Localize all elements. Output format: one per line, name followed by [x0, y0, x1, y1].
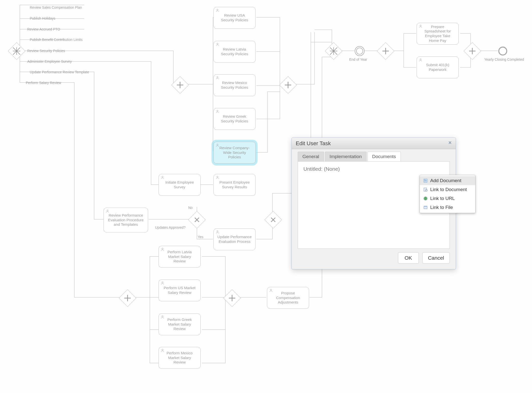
svg-point-3 [217, 110, 218, 112]
task-label: Perform Greek Market Salary Review [162, 317, 197, 331]
event-intermediate-eoy[interactable] [355, 46, 365, 56]
gateway-parallel-security-merge[interactable] [279, 76, 297, 94]
ok-button[interactable]: OK [398, 252, 419, 264]
dialog-footer: OK Cancel [292, 252, 456, 269]
task-label: Perform Latvia Market Salary Review [162, 250, 197, 264]
task-label: Perform US Market Salary Review [162, 286, 197, 295]
svg-point-11 [162, 316, 163, 317]
edge-label: Review Sales Compensation Plan [30, 5, 82, 9]
event-label: End of Year [349, 57, 367, 61]
svg-point-9 [162, 248, 163, 249]
task-mexico-security[interactable]: Review Mexico Security Policies [213, 74, 256, 96]
event-end-closing[interactable] [498, 47, 507, 56]
task-latvia-salary[interactable]: Perform Latvia Market Salary Review [159, 246, 201, 268]
user-icon [216, 76, 219, 80]
document-icon [423, 178, 428, 183]
task-label: Review USA Security Policies [217, 13, 252, 23]
svg-point-5 [162, 176, 163, 177]
task-review-perf-proc[interactable]: Review Performance Evaluation Procedure … [104, 208, 148, 232]
menu-label: Add Document [430, 178, 461, 183]
gateway-parallel-right-split[interactable] [377, 42, 395, 60]
user-icon [161, 349, 164, 352]
gateway-label: Updates Approved? [155, 225, 186, 229]
task-mexico-salary[interactable]: Perform Mexico Market Salary Review [159, 347, 201, 369]
edge-label: Review Security Policies [27, 49, 65, 53]
user-icon [161, 281, 164, 285]
dialog-title: Edit User Task [296, 140, 331, 147]
edge-label: Update Performance Review Template [30, 70, 89, 74]
task-label: Review Performance Evaluation Procedure … [107, 213, 144, 227]
add-document-menu: Add Document Link to Document Link to UR… [420, 175, 476, 213]
user-icon [216, 9, 219, 12]
gateway-parallel-salary-merge[interactable] [223, 289, 241, 307]
menu-link-file[interactable]: Link to File [420, 203, 475, 212]
gateway-parallel-right-merge[interactable] [464, 42, 481, 60]
edge-label-yes: Yes [198, 235, 203, 239]
task-usa-security[interactable]: Review USA Security Policies [213, 7, 256, 29]
task-label: Review Greek Security Policies [217, 114, 252, 124]
edge-label: Publish Benefit Contribution Limits [30, 38, 82, 42]
task-label: Submit 401(k) Paperwork [420, 63, 455, 72]
svg-point-14 [420, 25, 421, 26]
task-label: Update Performance Evaluation Process [217, 235, 252, 244]
gateway-complex-merge[interactable] [325, 42, 343, 60]
task-label: Review Latvia Security Policies [217, 47, 252, 56]
svg-point-12 [162, 349, 163, 350]
close-icon[interactable]: × [447, 140, 453, 146]
gateway-updates-approved[interactable] [188, 211, 206, 229]
task-latvia-security[interactable]: Review Latvia Security Policies [213, 41, 256, 63]
tab-general[interactable]: General [298, 152, 324, 161]
task-propose-comp[interactable]: Propose Compensation Adjustments [267, 287, 309, 309]
menu-label: Link to Document [430, 187, 467, 192]
edge-label: Review Accrued PTO [27, 27, 60, 31]
svg-point-13 [270, 289, 271, 290]
user-icon [161, 176, 164, 179]
menu-label: Link to File [430, 205, 453, 210]
user-icon [161, 315, 164, 319]
edge-label: Administer Employee Survey [27, 59, 72, 63]
task-label: Prepare Spreadsheet for Employee Take Ho… [420, 25, 455, 43]
edge-label: Perform Salary Review [26, 81, 61, 85]
svg-rect-24 [424, 206, 427, 207]
gateway-perf-merge[interactable] [265, 211, 282, 229]
event-label: Yearly Closing Completed [484, 57, 524, 61]
task-spreadsheet[interactable]: Prepare Spreadsheet for Employee Take Ho… [417, 23, 459, 45]
gateway-parallel-security-split[interactable] [171, 76, 189, 94]
task-label: Review Company-Wide Security Policies [217, 146, 252, 160]
task-company-security-selected[interactable]: Review Company-Wide Security Policies [213, 142, 256, 164]
task-present-survey[interactable]: Present Employee Survey Results [213, 174, 256, 196]
dialog-tabs: General Implementation Documents [292, 149, 456, 161]
link-document-icon [423, 187, 428, 192]
dialog-titlebar[interactable]: Edit User Task × [292, 138, 456, 149]
task-label: Perform Mexico Market Salary Review [162, 351, 197, 365]
task-401k[interactable]: Submit 401(k) Paperwork [417, 56, 459, 78]
file-icon [423, 205, 428, 210]
task-label: Initiate Employee Survey [162, 180, 197, 190]
svg-point-15 [420, 59, 421, 60]
menu-link-document[interactable]: Link to Document [420, 185, 475, 194]
svg-point-1 [217, 43, 218, 44]
svg-rect-18 [425, 180, 427, 181]
menu-add-document[interactable]: Add Document [420, 176, 475, 185]
menu-link-url[interactable]: Link to URL [420, 194, 475, 203]
task-initiate-survey[interactable]: Initiate Employee Survey [159, 174, 201, 196]
task-label: Review Mexico Security Policies [217, 81, 252, 90]
gateway-parallel-salary-split[interactable] [119, 289, 136, 307]
task-update-perf[interactable]: Update Performance Evaluation Process [213, 228, 256, 250]
svg-point-10 [162, 282, 163, 283]
task-us-salary[interactable]: Perform US Market Salary Review [159, 280, 201, 301]
task-greek-salary[interactable]: Perform Greek Market Salary Review [159, 313, 201, 335]
gateway-complex-start[interactable] [8, 42, 26, 60]
task-greek-security[interactable]: Review Greek Security Policies [213, 108, 256, 130]
edge-label: Publish Holidays [30, 16, 55, 20]
svg-rect-19 [425, 181, 427, 181]
svg-point-21 [425, 189, 427, 191]
user-icon [216, 43, 219, 46]
user-icon [106, 209, 109, 213]
task-label: Present Employee Survey Results [217, 180, 252, 190]
panel-placeholder-text: Untitled: (None) [303, 166, 444, 172]
cancel-button[interactable]: Cancel [422, 252, 450, 264]
tab-documents[interactable]: Documents [368, 152, 401, 161]
tab-implementation[interactable]: Implementation [325, 152, 367, 161]
svg-point-6 [217, 176, 218, 177]
